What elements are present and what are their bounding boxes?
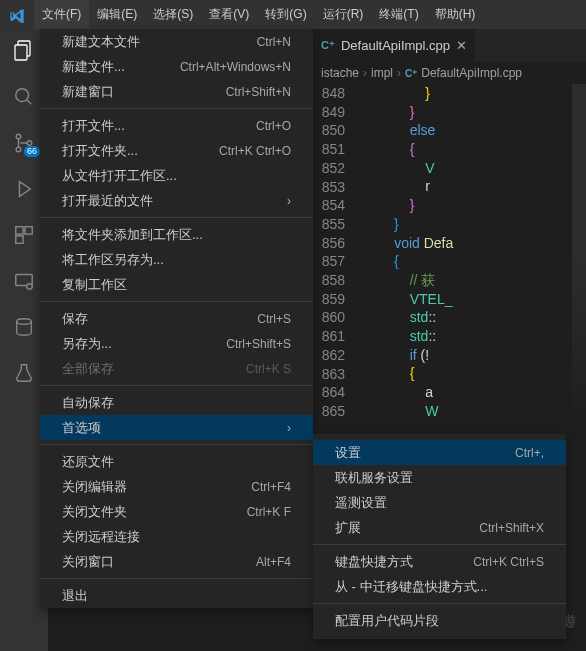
explorer-icon[interactable]	[12, 39, 36, 63]
menu-row[interactable]: 打开最近的文件›	[40, 188, 313, 213]
menu-item[interactable]: 终端(T)	[371, 0, 426, 29]
menu-label: 自动保存	[62, 394, 291, 412]
database-icon[interactable]	[12, 315, 36, 339]
code-line: // 获	[357, 271, 586, 290]
editor-tab[interactable]: C⁺ DefaultApiImpl.cpp ✕	[313, 29, 476, 62]
menu-label: 关闭编辑器	[62, 478, 237, 496]
menu-row[interactable]: 从 - 中迁移键盘快捷方式...	[313, 574, 566, 599]
code-line: if (!	[357, 346, 586, 365]
menu-label: 从文件打开工作区...	[62, 167, 291, 185]
remote-icon[interactable]	[12, 269, 36, 293]
menu-row[interactable]: 遥测设置	[313, 490, 566, 515]
menu-label: 关闭远程连接	[62, 528, 291, 546]
menu-row[interactable]: 新建文本文件Ctrl+N	[40, 29, 313, 54]
menu-shortcut: Ctrl+Shift+S	[226, 337, 291, 351]
menu-shortcut: Alt+F4	[256, 555, 291, 569]
menu-row[interactable]: 保存Ctrl+S	[40, 306, 313, 331]
menu-shortcut: Ctrl+Shift+N	[226, 85, 291, 99]
menu-row[interactable]: 关闭远程连接	[40, 524, 313, 549]
svg-point-5	[16, 147, 21, 152]
chevron-right-icon: ›	[397, 66, 401, 80]
breadcrumb-item[interactable]: istache	[321, 66, 359, 80]
breadcrumb-item[interactable]: impl	[371, 66, 393, 80]
menu-label: 遥测设置	[335, 494, 544, 512]
menu-label: 打开文件...	[62, 117, 242, 135]
svg-point-4	[16, 134, 21, 139]
menu-shortcut: Ctrl+K Ctrl+O	[219, 144, 291, 158]
menu-item[interactable]: 编辑(E)	[89, 0, 145, 29]
extensions-icon[interactable]	[12, 223, 36, 247]
menu-separator	[313, 603, 566, 604]
editor-tabs: C⁺ DefaultApiImpl.cpp ✕	[313, 29, 586, 62]
svg-line-3	[27, 100, 32, 105]
menu-row[interactable]: 设置Ctrl+,	[313, 440, 566, 465]
breadcrumb[interactable]: istache›impl›C⁺DefaultApiImpl.cpp	[313, 62, 586, 84]
menu-label: 设置	[335, 444, 501, 462]
menu-row[interactable]: 复制工作区	[40, 272, 313, 297]
menu-row[interactable]: 配置用户代码片段	[313, 608, 566, 633]
menu-row[interactable]: 另存为...Ctrl+Shift+S	[40, 331, 313, 356]
source-control-icon[interactable]: 66	[12, 131, 36, 155]
menu-separator	[40, 301, 313, 302]
line-number: 854	[313, 196, 345, 215]
menu-row[interactable]: 将工作区另存为...	[40, 247, 313, 272]
menu-shortcut: Ctrl+K S	[246, 362, 291, 376]
menu-row: 全部保存Ctrl+K S	[40, 356, 313, 381]
chevron-right-icon: ›	[287, 194, 291, 208]
menu-row[interactable]: 首选项›	[40, 415, 313, 440]
menu-row[interactable]: 联机服务设置	[313, 465, 566, 490]
menu-label: 键盘快捷方式	[335, 553, 459, 571]
file-menu-dropdown: 新建文本文件Ctrl+N新建文件...Ctrl+Alt+Windows+N新建窗…	[40, 29, 313, 608]
svg-rect-9	[25, 227, 32, 234]
menu-label: 还原文件	[62, 453, 291, 471]
menu-label: 将文件夹添加到工作区...	[62, 226, 291, 244]
menu-item[interactable]: 查看(V)	[201, 0, 257, 29]
line-number: 865	[313, 402, 345, 421]
line-number: 849	[313, 103, 345, 122]
menu-item[interactable]: 帮助(H)	[427, 0, 484, 29]
scm-badge: 66	[24, 146, 40, 157]
menu-row[interactable]: 还原文件	[40, 449, 313, 474]
menu-row[interactable]: 退出	[40, 583, 313, 608]
menubar: 文件(F)编辑(E)选择(S)查看(V)转到(G)运行(R)终端(T)帮助(H)	[0, 0, 586, 29]
menu-row[interactable]: 键盘快捷方式Ctrl+K Ctrl+S	[313, 549, 566, 574]
menu-row[interactable]: 扩展Ctrl+Shift+X	[313, 515, 566, 540]
line-number: 858	[313, 271, 345, 290]
search-icon[interactable]	[12, 85, 36, 109]
close-icon[interactable]: ✕	[456, 38, 467, 53]
menu-row[interactable]: 从文件打开工作区...	[40, 163, 313, 188]
menu-shortcut: Ctrl+K Ctrl+S	[473, 555, 544, 569]
line-number: 863	[313, 365, 345, 384]
breadcrumb-item[interactable]: DefaultApiImpl.cpp	[421, 66, 522, 80]
menu-row[interactable]: 将文件夹添加到工作区...	[40, 222, 313, 247]
menu-row[interactable]: 自动保存	[40, 390, 313, 415]
menu-row[interactable]: 打开文件夹...Ctrl+K Ctrl+O	[40, 138, 313, 163]
code-line: {	[357, 252, 586, 271]
menu-row[interactable]: 关闭窗口Alt+F4	[40, 549, 313, 574]
preferences-submenu: 设置Ctrl+,联机服务设置遥测设置扩展Ctrl+Shift+X键盘快捷方式Ct…	[313, 434, 566, 639]
menu-row[interactable]: 关闭文件夹Ctrl+K F	[40, 499, 313, 524]
menu-shortcut: Ctrl+K F	[247, 505, 291, 519]
run-debug-icon[interactable]	[12, 177, 36, 201]
menu-separator	[40, 385, 313, 386]
code-line: V	[357, 159, 586, 178]
menu-item[interactable]: 转到(G)	[257, 0, 314, 29]
menu-label: 首选项	[62, 419, 287, 437]
svg-point-12	[27, 284, 33, 290]
svg-point-2	[16, 89, 29, 102]
line-number: 850	[313, 121, 345, 140]
menu-label: 新建窗口	[62, 83, 212, 101]
menu-row[interactable]: 关闭编辑器Ctrl+F4	[40, 474, 313, 499]
menu-label: 另存为...	[62, 335, 212, 353]
code-line: }	[357, 103, 586, 122]
menu-row[interactable]: 新建文件...Ctrl+Alt+Windows+N	[40, 54, 313, 79]
menu-item[interactable]: 选择(S)	[145, 0, 201, 29]
menu-item[interactable]: 文件(F)	[34, 0, 89, 29]
menu-item[interactable]: 运行(R)	[315, 0, 372, 29]
menu-row[interactable]: 新建窗口Ctrl+Shift+N	[40, 79, 313, 104]
minimap[interactable]	[572, 84, 586, 651]
line-number: 860	[313, 308, 345, 327]
menu-row[interactable]: 打开文件...Ctrl+O	[40, 113, 313, 138]
line-number: 848	[313, 84, 345, 103]
testing-icon[interactable]	[12, 361, 36, 385]
